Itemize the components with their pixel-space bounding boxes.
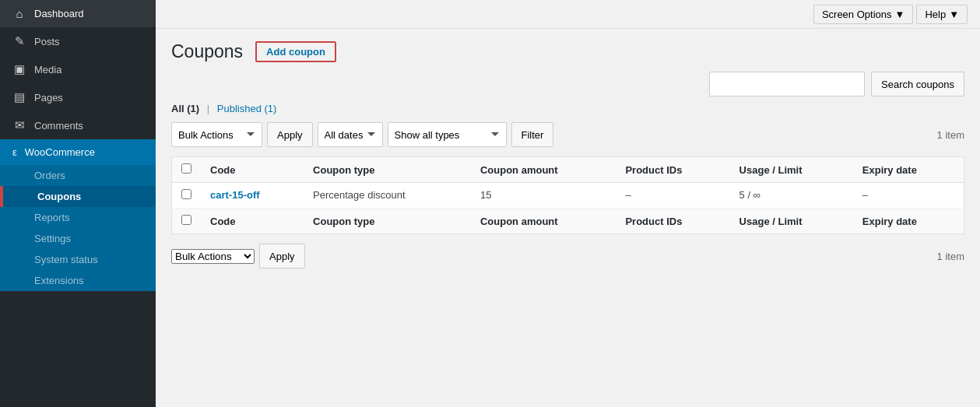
th-product-ids-bottom: Product IDs [616, 209, 729, 234]
bulk-actions-select-bottom[interactable]: Bulk Actions Move to Trash [171, 249, 255, 264]
table-row: cart-15-off Percentage discount 15 – 5 /… [172, 183, 964, 209]
sidebar-item-comments-label: Comments [34, 120, 83, 132]
posts-icon: ✎ [12, 34, 26, 48]
sidebar-sub-reports[interactable]: Reports [0, 207, 156, 228]
show-all-types-select[interactable]: Show all types Percentage discount Cart … [388, 122, 507, 147]
th-coupon-type: Coupon type [304, 157, 471, 183]
filter-bar: Bulk Actions Move to Trash Apply All dat… [171, 122, 964, 147]
settings-label: Settings [34, 233, 71, 244]
system-status-label: System status [34, 254, 98, 265]
published-label: Published [217, 103, 262, 114]
comments-icon: ✉ [12, 118, 26, 132]
sidebar-sub-orders[interactable]: Orders [0, 165, 156, 186]
th-product-ids: Product IDs [616, 157, 729, 183]
screen-options-button[interactable]: Screen Options ▼ [813, 5, 913, 24]
table-footer-header-row: Code Coupon type Coupon amount Product I… [172, 209, 964, 234]
th-coupon-type-bottom: Coupon type [304, 209, 471, 234]
coupons-label: Coupons [37, 191, 81, 202]
help-button[interactable]: Help ▼ [916, 5, 968, 24]
bulk-actions-select-top[interactable]: Bulk Actions Move to Trash [171, 122, 262, 147]
page-header: Coupons Add coupon [171, 41, 964, 62]
th-code: Code [201, 157, 304, 183]
search-row: Search coupons [171, 72, 964, 96]
row-product-ids: – [625, 189, 631, 201]
sidebar-item-dashboard-label: Dashboard [34, 8, 84, 19]
th-code-bottom: Code [201, 209, 304, 234]
row-product-ids-cell: – [616, 183, 729, 209]
row-coupon-type: Percentage discount [313, 189, 406, 201]
select-all-checkbox-top[interactable] [181, 163, 191, 174]
pages-icon: ▤ [12, 90, 26, 104]
sidebar-item-woocommerce-label: WooCommerce [25, 146, 95, 158]
help-label: Help [925, 9, 946, 20]
row-usage-limit-cell: 5 / ∞ [730, 183, 853, 209]
sidebar-item-posts-label: Posts [34, 36, 60, 47]
th-coupon-amount: Coupon amount [471, 157, 616, 183]
item-count-bottom: 1 item [937, 251, 964, 262]
th-usage-limit: Usage / Limit [730, 157, 853, 183]
content-area: Coupons Add coupon Search coupons All (1… [156, 29, 980, 407]
all-label: All [171, 103, 184, 114]
row-code-cell: cart-15-off [201, 183, 304, 209]
sidebar: ⌂ Dashboard ✎ Posts ▣ Media ▤ Pages ✉ Co… [0, 0, 156, 407]
published-count: (1) [265, 103, 277, 114]
sidebar-item-media[interactable]: ▣ Media [0, 55, 156, 83]
dashboard-icon: ⌂ [12, 7, 26, 20]
main-content: Screen Options ▼ Help ▼ Coupons Add coup… [156, 0, 980, 407]
sidebar-sub-system-status[interactable]: System status [0, 249, 156, 270]
sidebar-item-dashboard[interactable]: ⌂ Dashboard [0, 0, 156, 27]
sidebar-sub-coupons[interactable]: Coupons [0, 186, 156, 207]
sidebar-item-media-label: Media [34, 64, 61, 75]
woocommerce-icon: ε [12, 146, 17, 158]
row-coupon-amount: 15 [480, 189, 491, 201]
add-coupon-button[interactable]: Add coupon [255, 41, 336, 62]
th-checkbox [172, 157, 202, 183]
coupons-table: Code Coupon type Coupon amount Product I… [171, 156, 964, 234]
row-expiry-date: – [862, 189, 868, 201]
sidebar-sub-extensions[interactable]: Extensions [0, 270, 156, 291]
media-icon: ▣ [12, 62, 26, 76]
sidebar-item-comments[interactable]: ✉ Comments [0, 111, 156, 139]
row-checkbox[interactable] [181, 189, 191, 199]
orders-label: Orders [34, 170, 65, 181]
filter-button[interactable]: Filter [511, 122, 554, 147]
th-expiry-date-bottom: Expiry date [853, 209, 964, 234]
all-count: (1) [187, 103, 199, 114]
bottom-bar: Bulk Actions Move to Trash Apply 1 item [171, 244, 964, 268]
sub-nav: All (1) | Published (1) [171, 103, 964, 114]
topbar: Screen Options ▼ Help ▼ [156, 0, 980, 29]
search-input[interactable] [709, 72, 865, 96]
sidebar-item-pages-label: Pages [34, 92, 63, 104]
item-count-top: 1 item [937, 129, 964, 141]
row-checkbox-cell [172, 183, 202, 209]
sub-nav-separator: | [207, 103, 209, 114]
all-dates-select[interactable]: All dates [318, 122, 383, 147]
th-usage-limit-bottom: Usage / Limit [730, 209, 853, 234]
row-coupon-type-cell: Percentage discount [304, 183, 471, 209]
sidebar-sub-settings[interactable]: Settings [0, 228, 156, 249]
th-expiry-date: Expiry date [853, 157, 964, 183]
coupon-code-link[interactable]: cart-15-off [210, 189, 260, 201]
search-coupons-button[interactable]: Search coupons [871, 72, 964, 96]
table-header-row: Code Coupon type Coupon amount Product I… [172, 157, 964, 183]
sidebar-item-posts[interactable]: ✎ Posts [0, 27, 156, 55]
sub-nav-all[interactable]: All (1) [171, 103, 202, 114]
sidebar-item-woocommerce[interactable]: ε WooCommerce [0, 139, 156, 165]
apply-button-top[interactable]: Apply [267, 122, 313, 147]
apply-button-bottom[interactable]: Apply [259, 244, 305, 268]
help-chevron-icon: ▼ [949, 9, 959, 20]
row-expiry-date-cell: – [853, 183, 964, 209]
select-all-checkbox-bottom[interactable] [181, 215, 191, 225]
row-usage-limit: 5 / ∞ [739, 189, 760, 201]
extensions-label: Extensions [34, 275, 84, 286]
screen-options-chevron-icon: ▼ [895, 9, 905, 20]
sidebar-item-pages[interactable]: ▤ Pages [0, 83, 156, 111]
th-coupon-amount-bottom: Coupon amount [471, 209, 616, 234]
row-coupon-amount-cell: 15 [471, 183, 616, 209]
sub-nav-published[interactable]: Published (1) [217, 103, 277, 114]
page-title: Coupons [171, 41, 243, 62]
reports-label: Reports [34, 212, 70, 223]
screen-options-label: Screen Options [822, 9, 892, 20]
th-checkbox-bottom [172, 209, 202, 234]
